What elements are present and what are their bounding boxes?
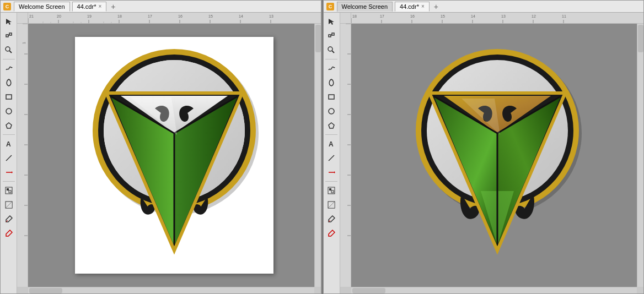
svg-line-12 <box>6 155 12 161</box>
rect-tool[interactable] <box>2 90 15 104</box>
circle-tool-r[interactable] <box>325 105 338 118</box>
ruler-left-left: 1 2 3 4 5 6 7 8 <box>17 24 28 287</box>
window-right: C Welcome Screen 44.cdr* × + <box>323 0 645 294</box>
svg-rect-80 <box>29 288 62 293</box>
node-tool-r[interactable] <box>325 29 338 42</box>
separator-r2 <box>325 134 337 135</box>
interactive-fill-tool[interactable] <box>2 227 15 240</box>
shape-tool-r[interactable] <box>325 76 338 89</box>
ruler-left-right <box>340 24 351 287</box>
node-tool[interactable] <box>2 29 15 42</box>
tab-file-right[interactable]: 44.cdr* × <box>395 2 430 12</box>
svg-marker-19 <box>6 202 12 208</box>
svg-text:15: 15 <box>208 14 213 18</box>
svg-marker-84 <box>329 19 334 25</box>
svg-rect-8 <box>6 95 12 99</box>
eyedropper-tool[interactable] <box>2 213 15 226</box>
app-icon-left: C <box>3 2 12 11</box>
svg-text:21: 21 <box>29 14 34 18</box>
window-content-right: A <box>324 13 644 293</box>
windows-container: C Welcome Screen 44.cdr* × + <box>0 0 644 294</box>
svg-text:11: 11 <box>562 14 566 18</box>
svg-rect-21 <box>28 13 321 24</box>
canvas-scroll-right[interactable] <box>351 24 644 287</box>
zoom-tool[interactable] <box>2 43 15 57</box>
tab-add-left[interactable]: + <box>109 2 117 11</box>
svg-rect-85 <box>329 35 331 37</box>
scrollbar-bottom-left[interactable] <box>28 287 314 293</box>
svg-text:14: 14 <box>471 14 475 18</box>
tab-add-right[interactable]: + <box>432 2 441 11</box>
svg-marker-14 <box>12 171 13 173</box>
interactive-fill-tool-r[interactable] <box>325 227 338 240</box>
canvas-area-right: 18 17 16 15 14 13 12 <box>340 13 644 293</box>
separator-3 <box>3 181 15 182</box>
tab-file-left[interactable]: 44.cdr* × <box>72 2 107 12</box>
svg-text:18: 18 <box>352 14 357 18</box>
connector-tool[interactable] <box>2 166 15 179</box>
transparency-tool[interactable] <box>2 198 15 211</box>
scrollbar-right-right[interactable] <box>637 24 643 287</box>
svg-rect-4 <box>9 33 12 35</box>
svg-rect-90 <box>329 95 334 99</box>
tab-label-welcome-left: Welcome Screen <box>19 3 65 10</box>
svg-rect-146 <box>638 25 643 52</box>
shape-tool[interactable] <box>2 76 15 89</box>
svg-rect-145 <box>352 288 385 293</box>
scrollbar-right-left[interactable] <box>314 24 321 287</box>
eyedropper-tool-r[interactable] <box>325 213 338 226</box>
svg-marker-92 <box>329 123 334 128</box>
circle-tool[interactable] <box>2 105 15 118</box>
canvas-scroll-left[interactable] <box>28 24 321 287</box>
svg-rect-99 <box>331 190 334 193</box>
separator-r1 <box>325 59 337 59</box>
fill-tool-r[interactable] <box>325 184 338 197</box>
rect-tool-r[interactable] <box>325 90 338 104</box>
transparency-tool-r[interactable] <box>325 198 338 211</box>
tab-welcome-left[interactable]: Welcome Screen <box>14 2 70 12</box>
tab-label-welcome-right: Welcome Screen <box>342 3 388 10</box>
svg-text:20: 20 <box>57 14 61 18</box>
svg-text:A: A <box>329 140 334 148</box>
window-content-left: A <box>1 13 321 293</box>
logo-right-container <box>398 37 597 274</box>
svg-line-7 <box>9 51 12 53</box>
line-tool-r[interactable] <box>325 151 338 165</box>
svg-text:14: 14 <box>239 14 243 18</box>
svg-text:16: 16 <box>410 14 415 18</box>
connector-tool-r[interactable] <box>325 166 338 179</box>
tab-close-right[interactable]: × <box>421 3 425 9</box>
scrollbar-bottom-right[interactable] <box>351 287 637 293</box>
svg-text:18: 18 <box>117 14 122 18</box>
freehand-tool[interactable] <box>2 62 15 75</box>
tab-welcome-right[interactable]: Welcome Screen <box>337 2 393 12</box>
text-tool[interactable]: A <box>2 137 15 150</box>
toolbar-left: A <box>1 13 17 293</box>
line-tool[interactable] <box>2 151 15 165</box>
svg-text:C: C <box>328 4 332 9</box>
tab-close-left[interactable]: × <box>98 3 101 9</box>
svg-line-89 <box>332 51 334 53</box>
polygon-tool[interactable] <box>2 119 15 132</box>
svg-text:17: 17 <box>148 14 152 18</box>
polygon-tool-r[interactable] <box>325 119 338 132</box>
zoom-tool-r[interactable] <box>325 43 338 57</box>
freehand-tool-r[interactable] <box>325 62 338 75</box>
svg-text:12: 12 <box>532 14 536 18</box>
svg-rect-120 <box>340 24 351 287</box>
separator-2 <box>3 134 15 135</box>
arrow-tool[interactable] <box>2 15 15 28</box>
tab-label-file-right: 44.cdr* <box>400 3 419 10</box>
text-tool-r[interactable]: A <box>325 137 338 150</box>
fill-tool[interactable] <box>2 184 15 197</box>
svg-text:13: 13 <box>501 14 506 18</box>
arrow-tool-r[interactable] <box>325 15 338 28</box>
svg-rect-17 <box>9 190 11 193</box>
toolbar-right: A <box>324 13 340 293</box>
svg-rect-103 <box>351 13 644 24</box>
ruler-top-right: 18 17 16 15 14 13 12 <box>351 13 644 24</box>
title-bar-left: C Welcome Screen 44.cdr* × + <box>1 1 321 13</box>
svg-point-6 <box>6 47 10 51</box>
svg-rect-16 <box>7 188 9 190</box>
svg-rect-3 <box>6 35 8 37</box>
